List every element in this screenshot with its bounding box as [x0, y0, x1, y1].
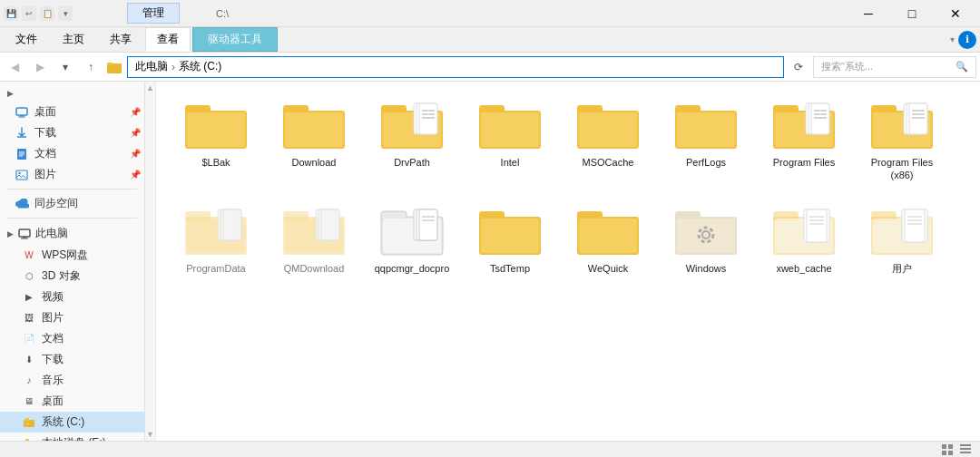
svg-rect-34	[481, 112, 539, 147]
svg-rect-15	[24, 441, 34, 442]
back-button[interactable]: ◀	[4, 56, 25, 78]
folder-tsdtemp[interactable]: TsdTemp	[465, 195, 555, 280]
scroll-up-btn[interactable]: ▲	[145, 82, 156, 94]
sidebar-item-desktop2[interactable]: 🖥 桌面	[0, 391, 144, 412]
sidebar-item-download2[interactable]: ⬇ 下载	[0, 349, 144, 370]
sidebar-item-document[interactable]: 文档 📌	[0, 143, 144, 164]
folder-xwebcache[interactable]: xweb_cache	[759, 195, 849, 280]
sidebar-label-download2: 下载	[42, 352, 64, 367]
folder-programdata-icon	[183, 200, 249, 258]
sidebar: ▶ 桌面 📌 下载 📌 文档 📌 图片	[0, 82, 145, 441]
folder-perflogs-icon	[673, 94, 739, 152]
expand-arrow: ▶	[7, 89, 14, 98]
picture2-icon: 🖼	[22, 311, 36, 326]
expand-ribbon-btn[interactable]: ▾	[950, 34, 955, 44]
sidebar-item-video[interactable]: ▶ 视频	[0, 287, 144, 307]
path-sysc: 系统 (C:)	[179, 59, 221, 74]
folder-programfilesx86[interactable]: Program Files (x86)	[857, 89, 947, 188]
folder-tsdtemp-icon	[477, 200, 543, 258]
picture-icon	[15, 168, 29, 182]
drive-c-icon	[22, 415, 36, 430]
sidebar-item-desktop[interactable]: 桌面 📌	[0, 102, 144, 122]
folder-windows-icon	[673, 200, 739, 258]
tab-drive-tools[interactable]: 驱动器工具	[192, 27, 278, 52]
folder-xwebcache-icon	[771, 200, 837, 258]
svg-rect-40	[677, 112, 735, 147]
sidebar-item-music[interactable]: ♪ 音乐	[0, 370, 144, 391]
search-field: C:\	[216, 8, 229, 19]
folder-download-label: Download	[292, 156, 337, 169]
folder-msocache[interactable]: MSOCache	[563, 89, 653, 188]
title-bar: 💾 ↩ 📋 ▾ 管理 C:\ ─ □ ✕	[0, 0, 980, 27]
sidebar-label-picture: 图片	[34, 167, 56, 182]
up-button[interactable]: ↑	[80, 56, 102, 78]
sidebar-item-document2[interactable]: 📄 文档	[0, 328, 144, 349]
folder-msocache-label: MSOCache	[583, 156, 634, 169]
scroll-down-btn[interactable]: ▼	[145, 428, 156, 441]
folder-perflogs[interactable]: PerfLogs	[661, 89, 751, 188]
view-list-btn[interactable]	[958, 442, 973, 457]
tab-share[interactable]: 共享	[98, 27, 143, 52]
window-controls: ─ □ ✕	[848, 0, 976, 27]
save-icon[interactable]: 💾	[4, 6, 18, 21]
video-icon: ▶	[22, 290, 36, 305]
folder-qmdownload-label: QMDownload	[284, 262, 345, 275]
search-box[interactable]: 搜索"系统... 🔍	[813, 56, 976, 78]
folder-programfiles-icon	[771, 94, 837, 152]
minimize-button[interactable]: ─	[848, 0, 889, 27]
folder-windows[interactable]: Windows	[661, 195, 751, 280]
svg-rect-9	[19, 229, 30, 237]
folder-qqpcmgr[interactable]: qqpcmgr_docpro	[367, 195, 457, 280]
sidebar-item-wps[interactable]: W WPS网盘	[0, 245, 144, 266]
dropdown-icon[interactable]: ▾	[58, 6, 73, 21]
sidebar-item-locale[interactable]: 本地磁盘 (E:)	[0, 433, 144, 441]
sidebar-item-sysc[interactable]: 系统 (C:)	[0, 412, 144, 433]
sidebar-item-download[interactable]: 下载 📌	[0, 122, 144, 143]
svg-rect-10	[23, 237, 26, 238]
sidebar-label-3d: 3D 对象	[42, 268, 81, 284]
refresh-button[interactable]: ⟳	[788, 56, 809, 78]
status-right	[940, 442, 973, 457]
svg-rect-22	[285, 112, 343, 147]
dropdown-button[interactable]: ▾	[54, 56, 76, 78]
undo-icon[interactable]: ↩	[22, 6, 36, 21]
path-sep1: ›	[172, 61, 175, 73]
maximize-button[interactable]: □	[891, 0, 933, 27]
folder-drvpath[interactable]: DrvPath	[367, 89, 457, 188]
tab-home[interactable]: 主页	[51, 27, 96, 52]
folder-perflogs-label: PerfLogs	[686, 156, 726, 169]
close-button[interactable]: ✕	[935, 0, 976, 27]
drive-e-icon	[22, 436, 36, 442]
svg-rect-13	[25, 418, 29, 421]
sidebar-item-onedrive[interactable]: 同步空间	[0, 193, 144, 214]
folder-slbak[interactable]: $LBak	[171, 89, 261, 188]
svg-rect-11	[21, 238, 28, 238]
scroll-arrows: ▲ ▼	[145, 82, 156, 441]
folder-programfiles[interactable]: Program Files	[759, 89, 849, 188]
sidebar-item-picture2[interactable]: 🖼 图片	[0, 307, 144, 328]
folder-download[interactable]: Download	[269, 89, 359, 188]
thispc-header[interactable]: ▶ 此电脑	[0, 222, 144, 245]
help-icon[interactable]: ℹ	[958, 31, 976, 49]
folder-intel[interactable]: Intel	[465, 89, 555, 188]
sidebar-item-3d[interactable]: ⬡ 3D 对象	[0, 266, 144, 287]
address-path[interactable]: 此电脑 › 系统 (C:)	[127, 56, 784, 78]
properties-icon[interactable]: 📋	[40, 6, 54, 21]
tab-view[interactable]: 查看	[145, 27, 191, 52]
folder-programfiles-label: Program Files	[773, 156, 835, 169]
sidebar-item-picture[interactable]: 图片 📌	[0, 164, 144, 185]
tab-file[interactable]: 文件	[4, 27, 49, 52]
folder-wequick[interactable]: WeQuick	[563, 195, 653, 280]
svg-point-8	[18, 171, 20, 173]
separator1	[7, 189, 137, 190]
folder-qmdownload[interactable]: QMDownload	[269, 195, 359, 280]
folder-wequick-icon	[575, 200, 641, 258]
quick-access-header[interactable]: ▶	[0, 85, 144, 102]
3d-icon: ⬡	[22, 269, 36, 284]
view-details-btn[interactable]	[940, 442, 955, 457]
folder-programdata[interactable]: ProgramData	[171, 195, 261, 280]
path-folder-icon	[105, 58, 123, 76]
folder-users[interactable]: 用户	[857, 195, 947, 280]
forward-button[interactable]: ▶	[29, 56, 51, 78]
folder-tsdtemp-label: TsdTemp	[490, 262, 530, 275]
